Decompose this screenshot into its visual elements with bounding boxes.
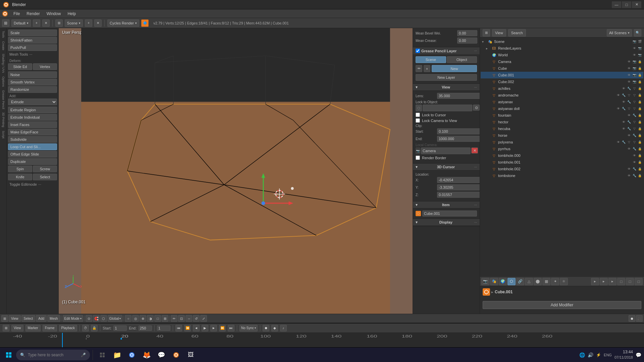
scale-button[interactable]: Scale (8, 29, 57, 36)
taskbar-file-explorer[interactable]: 📁 (110, 348, 124, 362)
keyframe-icon-tl[interactable]: ◆ (271, 325, 278, 331)
item-header[interactable]: ▾ Item ··· (413, 201, 480, 208)
tools-tab[interactable]: Tools (1, 29, 6, 39)
hector-i3[interactable]: ▽ (632, 120, 637, 124)
andromache-i4[interactable]: ▽ (632, 93, 637, 98)
timeline-clock-icon[interactable]: ⏱ (82, 325, 89, 331)
next-frame-icon[interactable]: ⏩ (219, 325, 226, 331)
scene-camera-icon[interactable]: 📷 (632, 39, 637, 44)
vt-rotate-icon[interactable]: ↺ (193, 315, 200, 322)
play-icon[interactable]: ▶ (202, 325, 208, 331)
noise-button[interactable]: Noise (8, 71, 57, 78)
tombhole000-i2[interactable]: 🔒 (637, 153, 642, 158)
menu-help[interactable]: Help (64, 11, 79, 17)
outliner-scene[interactable]: ▾ 🎭 Scene 📷 🎬 (481, 38, 643, 45)
lock-camera-label[interactable]: Lock Camera to View (422, 119, 457, 123)
cube-icon2[interactable]: 📷 (632, 66, 637, 71)
filter-icon2[interactable]: ▸ (600, 278, 608, 285)
timeline-track[interactable]: -40 -20 0 20 40 60 80 100 120 140 160 18… (0, 333, 644, 348)
item-name-field[interactable] (422, 210, 477, 217)
render-props-icon[interactable]: 📷 (481, 278, 489, 285)
vt-snap-icon[interactable]: 🧲 (93, 315, 100, 322)
cube002-i3[interactable]: 🔒 (637, 79, 642, 84)
vt-workspace-icon[interactable]: ⊞ (1, 315, 8, 322)
view-header[interactable]: ▾ View ··· (413, 84, 480, 91)
render-border-checkbox[interactable] (416, 156, 420, 160)
vt-move-icon[interactable]: ↔ (185, 315, 192, 322)
local-camera-field[interactable] (421, 147, 471, 154)
taskbar-discord[interactable]: 💬 (155, 348, 168, 362)
vt-select-btn[interactable]: Select (21, 315, 36, 322)
search-bar[interactable]: 🔍 Type here to search 🎤 (16, 350, 90, 360)
outliner-world[interactable]: 🌍 World 👁 📷 (481, 52, 643, 58)
vt-camera-lock-icon[interactable]: 🎥 (636, 315, 643, 322)
pyrrhus-i1[interactable]: 👁 (627, 146, 631, 151)
toggle-editmode-header[interactable]: Toggle Editmode ··· (8, 182, 57, 187)
menu-file[interactable]: File (10, 11, 23, 17)
mean-crease-field[interactable] (457, 38, 477, 44)
grease-pencil-tab[interactable]: Grease Pencil (1, 89, 6, 111)
object-button[interactable]: Object (447, 56, 477, 63)
scene-button[interactable]: Scene (416, 56, 446, 63)
tombhole001-i1[interactable]: 👁 (632, 160, 637, 165)
script-tab[interactable]: Script (1, 129, 6, 140)
hecuba-i2[interactable]: 🔧 (627, 126, 631, 131)
view-button[interactable]: View (492, 29, 506, 37)
renderlayers-icon2[interactable]: 📷 (637, 46, 642, 51)
knife-button[interactable]: Knife (8, 174, 32, 180)
tombhole001-i2[interactable]: 🔒 (637, 160, 642, 165)
cube002-i2[interactable]: 📷 (632, 79, 637, 84)
clip-end-field[interactable] (437, 136, 480, 142)
timeline-view-btn[interactable]: View (11, 325, 23, 331)
vt-add-btn[interactable]: Add (36, 315, 47, 322)
extrude-region-button[interactable]: Extrude Region (8, 107, 57, 113)
jump-end-icon[interactable]: ⏭ (228, 325, 234, 331)
mean-bevel-field[interactable] (457, 30, 477, 36)
scene-props-icon[interactable]: 🎭 (490, 278, 498, 285)
vt-limit-icon[interactable]: ⊞ (162, 315, 168, 322)
lens-field[interactable] (437, 93, 480, 99)
taskbar-photos[interactable]: 🖼 (184, 348, 198, 362)
andromache-i3[interactable]: ▽ (627, 93, 631, 98)
options-tab[interactable]: Options (1, 75, 6, 88)
horse-i1[interactable]: 👁 (627, 133, 631, 138)
grease-pencil-header[interactable]: Grease Pencil Layer ··· (413, 47, 480, 54)
jump-start-icon[interactable]: ⏮ (175, 325, 182, 331)
outliner-andromache[interactable]: ▽ andromache 👁 🔧 ▽ ▽ 🔒 (481, 92, 643, 99)
shrink-fatten-button[interactable]: Shrink/Fatten (8, 37, 57, 44)
search-icon-outliner[interactable]: 🔍 (634, 29, 641, 37)
menu-render[interactable]: Render (23, 11, 43, 17)
fountain-i1[interactable]: 👁 (627, 113, 631, 118)
camera-icon2[interactable]: 📷 (632, 59, 637, 64)
lock-cursor-label[interactable]: Lock to Cursor (422, 113, 446, 117)
duplicate-button[interactable]: Duplicate (8, 158, 57, 165)
filter-icon5[interactable]: □ (626, 278, 634, 285)
vt-proportional-icon[interactable]: ⊕ (140, 315, 146, 322)
vt-occlude-icon[interactable]: ◑ (147, 315, 154, 322)
outliner-tombhole001[interactable]: ▽ tombhole.001 👁 🔒 (481, 159, 643, 166)
camera-icon3[interactable]: 🔒 (637, 59, 642, 64)
texture-props-icon[interactable]: ▦ (542, 278, 550, 285)
new-layer-button[interactable]: New Layer (416, 74, 477, 81)
grease-pencil-checkbox[interactable] (416, 49, 420, 53)
outliner-achilles[interactable]: ▽ achilles 👁 🔧 ▽ 🔒 (481, 85, 643, 92)
scene-remove-icon[interactable]: ✕ (94, 19, 102, 27)
outliner-cube[interactable]: ▽ Cube 👁 📷 🔒 (481, 65, 643, 72)
close-button[interactable]: ✕ (632, 1, 641, 8)
taskbar-blender[interactable] (169, 348, 183, 362)
andromache-i1[interactable]: 👁 (616, 93, 621, 98)
andromache-i2[interactable]: 🔧 (621, 93, 626, 98)
cursor-z-field[interactable] (437, 192, 480, 198)
pencil-draw-btn[interactable]: ✏ (416, 65, 422, 72)
3dprinting-tab[interactable]: 3D Printing (1, 111, 6, 129)
end-frame-input[interactable] (139, 325, 152, 331)
astyanax-i3[interactable]: ▽ (632, 100, 637, 104)
polyxena-i4[interactable]: ▽ (632, 140, 637, 144)
fountain-i3[interactable]: 🔒 (637, 113, 642, 118)
create-tab[interactable]: Create (1, 40, 6, 52)
cursor-header[interactable]: ▾ 3D Cursor ··· (413, 164, 480, 171)
display-header[interactable]: ▾ Display ··· (413, 219, 480, 226)
extrude-individual-button[interactable]: Extrude Individual (8, 114, 57, 121)
start-frame-input[interactable] (113, 325, 127, 331)
lock-camera-checkbox[interactable] (416, 118, 420, 123)
